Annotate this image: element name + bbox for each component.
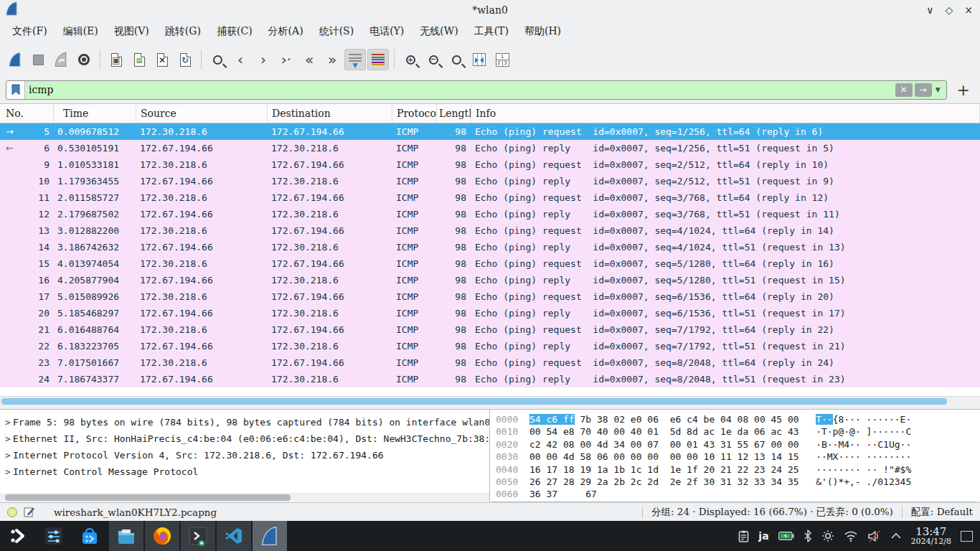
column-header-time[interactable]: Time (54, 104, 136, 123)
filter-clear-button[interactable]: ✕ (895, 83, 913, 97)
menu-item[interactable]: 工具(T) (466, 22, 517, 41)
display-filter-input[interactable]: icmp ✕ → ▼ (6, 80, 947, 100)
find-packet-button[interactable] (207, 49, 228, 70)
expander-icon[interactable]: > (3, 414, 13, 430)
packet-row[interactable]: 13 3.012882200 172.30.218.6 172.67.194.6… (0, 222, 980, 239)
filter-add-button[interactable]: + (953, 81, 974, 99)
maximize-button[interactable]: ◇ (945, 4, 953, 16)
close-capture-file-button[interactable]: ✕ (151, 49, 173, 70)
go-back-button[interactable]: ‹ (230, 49, 251, 70)
hex-row[interactable]: 0040 16 17 18 19 1a 1b 1c 1d 1e 1f 20 21… (496, 463, 980, 476)
packet-list-hscrollbar[interactable] (0, 396, 980, 405)
volume-muted-tray-icon[interactable] (867, 530, 881, 542)
column-header-source[interactable]: Source (136, 104, 268, 123)
minimize-button[interactable]: ∨ (926, 4, 933, 16)
capture-comment-icon[interactable] (24, 507, 34, 517)
discover-button[interactable] (72, 521, 108, 551)
close-button[interactable]: × (964, 4, 973, 16)
packet-row[interactable]: 22 6.183223705 172.67.194.66 172.30.218.… (0, 338, 980, 354)
menu-item[interactable]: 视图(V) (106, 22, 157, 41)
capture-options-button[interactable] (73, 49, 95, 70)
hex-row[interactable]: 0020 c2 42 08 00 4d 34 00 07 00 01 43 31… (496, 438, 980, 451)
reload-capture-file-button[interactable]: ↻ (174, 49, 196, 70)
detail-tree-row[interactable]: > Frame 5: 98 bytes on wire (784 bits), … (0, 414, 489, 430)
packet-row[interactable]: 14 3.186742632 172.67.194.66 172.30.218.… (0, 239, 980, 255)
column-header-protocol[interactable]: Protocol (392, 104, 437, 123)
packet-row[interactable]: 23 7.017501667 172.30.218.6 172.67.194.6… (0, 354, 980, 371)
packet-row[interactable]: 21 6.016488764 172.30.218.6 172.67.194.6… (0, 321, 980, 338)
filter-apply-button[interactable]: → (915, 83, 932, 97)
save-capture-file-button[interactable]: ▤ (128, 49, 150, 70)
brightness-tray-icon[interactable] (821, 529, 834, 542)
show-desktop-button[interactable] (961, 531, 973, 542)
vscode-task[interactable] (215, 521, 251, 551)
hex-row[interactable]: 0000 54 c6 ff 7b 38 02 e0 06 e6 c4 be 04… (496, 413, 980, 425)
hex-hscrollbar[interactable] (490, 501, 980, 502)
input-method-indicator[interactable]: ja (758, 530, 768, 542)
packet-row[interactable]: 17 5.015089926 172.30.218.6 172.67.194.6… (0, 288, 980, 305)
go-first-packet-button[interactable]: « (298, 49, 320, 70)
start-capture-button[interactable] (4, 49, 26, 70)
zoom-out-button[interactable]: − (423, 49, 444, 70)
expander-icon[interactable]: > (3, 447, 13, 463)
clipboard-tray-icon[interactable] (738, 530, 749, 542)
expander-icon[interactable]: > (3, 463, 13, 480)
menu-item[interactable]: 捕获(C) (209, 22, 260, 41)
hex-row[interactable]: 0030 00 00 4d 58 06 00 00 00 00 00 10 11… (496, 451, 980, 463)
tray-expander-icon[interactable] (890, 532, 902, 540)
battery-tray-icon[interactable] (778, 532, 794, 540)
scrollbar-thumb[interactable] (491, 501, 977, 502)
zoom-reset-button[interactable] (446, 49, 467, 70)
packet-row[interactable]: →5 0.009678512 172.30.218.6 172.67.194.6… (0, 123, 980, 140)
clock[interactable]: 13:47 2024/12/8 (911, 526, 951, 547)
packet-row[interactable]: 15 4.013974054 172.30.218.6 172.67.194.6… (0, 255, 980, 272)
column-header-length[interactable]: Length (437, 104, 471, 123)
menu-item[interactable]: 文件(F) (4, 22, 55, 41)
menu-item[interactable]: 无线(W) (412, 22, 466, 41)
packet-row[interactable]: 10 1.179363455 172.67.194.66 172.30.218.… (0, 173, 980, 189)
go-forward-button[interactable]: › (253, 49, 274, 70)
menu-item[interactable]: 帮助(H) (517, 22, 569, 41)
menu-item[interactable]: 统计(S) (311, 22, 362, 41)
stop-capture-button[interactable] (27, 49, 49, 70)
restart-capture-button[interactable] (50, 49, 72, 70)
bluetooth-tray-icon[interactable] (804, 529, 812, 542)
column-header-no[interactable]: No. (0, 104, 54, 123)
column-header-info[interactable]: Info (471, 104, 980, 123)
packet-row[interactable]: 24 7.186743377 172.67.194.66 172.30.218.… (0, 371, 980, 387)
menu-item[interactable]: 电话(Y) (362, 22, 412, 41)
terminal-task[interactable] (179, 521, 215, 551)
expert-info-icon[interactable] (7, 507, 17, 517)
filter-bookmark-button[interactable] (6, 81, 25, 99)
zoom-in-button[interactable]: + (400, 49, 421, 70)
open-capture-file-button[interactable]: ▣ (105, 49, 127, 70)
menu-item[interactable]: 跳转(G) (157, 22, 209, 41)
packet-row[interactable]: 20 5.185468297 172.67.194.66 172.30.218.… (0, 305, 980, 321)
wifi-tray-icon[interactable] (844, 530, 858, 542)
detail-tree-row[interactable]: > Internet Control Message Protocol (0, 463, 489, 480)
app-launcher-button[interactable] (0, 521, 36, 551)
go-last-packet-button[interactable]: » (321, 49, 343, 70)
firefox-task[interactable] (143, 521, 179, 551)
colorize-toggle[interactable] (367, 49, 389, 70)
profile-label[interactable]: 配置: Default (911, 506, 973, 519)
filter-value[interactable]: icmp (25, 84, 895, 95)
wireshark-task[interactable] (251, 521, 287, 551)
packet-row[interactable]: 12 2.179687502 172.67.194.66 172.30.218.… (0, 206, 980, 222)
packet-row[interactable]: 9 1.010533181 172.30.218.6 172.67.194.66… (0, 156, 980, 173)
detail-hscrollbar[interactable] (0, 493, 489, 502)
file-manager-task[interactable] (108, 521, 143, 551)
hex-row[interactable]: 0050 26 27 28 29 2a 2b 2c 2d 2e 2f 30 31… (496, 476, 980, 488)
column-header-destination[interactable]: Destination (268, 104, 392, 123)
menu-item[interactable]: 分析(A) (260, 22, 311, 41)
expander-icon[interactable]: > (3, 430, 13, 447)
detail-tree-row[interactable]: > Internet Protocol Version 4, Src: 172.… (0, 447, 489, 463)
go-to-packet-button[interactable]: ›· (275, 49, 297, 70)
layout-chooser-button[interactable]: 123 (491, 49, 513, 70)
resize-columns-button[interactable] (468, 49, 490, 70)
scrollbar-thumb[interactable] (5, 494, 291, 501)
hex-row[interactable]: 0010 00 54 e8 70 40 00 40 01 5d 8d ac 1e… (496, 425, 980, 438)
auto-scroll-toggle[interactable] (344, 49, 366, 70)
packet-row[interactable]: 16 4.205877904 172.67.194.66 172.30.218.… (0, 272, 980, 288)
scrollbar-thumb[interactable] (1, 398, 947, 405)
